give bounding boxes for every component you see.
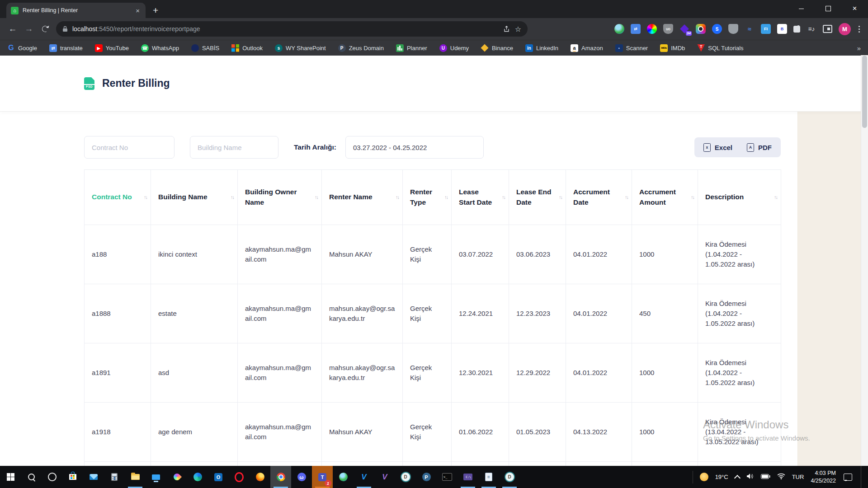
fonts-ninja-icon[interactable]: FI <box>761 24 771 34</box>
sort-icon[interactable] <box>231 194 234 201</box>
bookmark-item[interactable]: T SQL Tutorials <box>697 44 743 52</box>
opera-icon[interactable] <box>229 466 250 488</box>
action-center-icon[interactable] <box>844 474 852 481</box>
column-header[interactable]: Description <box>698 170 781 225</box>
bookmarks-overflow-chevron-icon[interactable]: » <box>857 44 861 52</box>
sort-icon[interactable] <box>625 194 628 201</box>
window-maximize-button[interactable] <box>815 0 841 17</box>
bookmark-item[interactable]: SABİS <box>191 44 219 52</box>
date-range-input[interactable] <box>345 136 484 159</box>
forward-icon[interactable]: → <box>21 21 37 37</box>
column-header[interactable]: Contract No <box>85 170 151 225</box>
teams-icon[interactable]: T 1 <box>312 466 333 488</box>
ublock-origin-icon[interactable]: UO <box>663 24 673 34</box>
cortana-icon[interactable] <box>42 466 62 488</box>
idm-icon[interactable] <box>333 466 354 488</box>
color-wheel-icon[interactable] <box>647 24 657 34</box>
weather-sun-icon[interactable] <box>700 473 708 481</box>
postgresql-icon[interactable]: P <box>416 466 437 488</box>
discord-icon[interactable]: ω <box>291 466 312 488</box>
bookmark-item[interactable]: ⇄ translate <box>49 44 83 52</box>
bookmark-item[interactable]: Planner <box>396 44 427 52</box>
language-indicator[interactable]: TUR <box>792 474 804 480</box>
sort-icon[interactable] <box>315 194 318 201</box>
google-translate-icon[interactable]: ⇄ <box>631 24 641 34</box>
bookmark-item[interactable]: s WY SharePoint <box>275 44 326 52</box>
sort-icon[interactable] <box>774 194 777 201</box>
sort-icon[interactable] <box>144 194 147 201</box>
excel-export-button[interactable]: x Excel <box>696 137 740 157</box>
building-name-input[interactable] <box>190 136 278 159</box>
remote-desktop-icon[interactable] <box>146 466 166 488</box>
column-header[interactable]: Lease Start Date <box>452 170 509 225</box>
column-header[interactable]: Renter Name <box>322 170 403 225</box>
sort-icon[interactable] <box>396 194 399 201</box>
bookmark-item[interactable]: ☎ WhatsApp <box>141 44 179 52</box>
battery-icon[interactable] <box>761 474 770 480</box>
idm-icon[interactable] <box>614 24 624 34</box>
sort-icon[interactable] <box>502 194 505 201</box>
volume-icon[interactable] <box>746 473 754 481</box>
lock-icon[interactable] <box>62 26 68 32</box>
browser-tab[interactable]: ⌂ Renter Billing | Renter × <box>6 3 146 18</box>
camera-downloader-icon[interactable] <box>696 24 706 34</box>
bookmark-item[interactable]: ▪ Scanner <box>615 44 648 52</box>
dbeaver-icon[interactable]: D <box>395 466 416 488</box>
privacy-shield-icon[interactable] <box>728 24 738 34</box>
tray-expand-chevron-icon[interactable] <box>734 474 741 481</box>
column-header[interactable]: Renter Type <box>403 170 452 225</box>
calculator-icon[interactable] <box>104 466 125 488</box>
bookmark-item[interactable]: IMDb IMDb <box>660 44 685 52</box>
share-icon[interactable] <box>503 25 510 33</box>
wifi-icon[interactable] <box>777 473 785 481</box>
side-panel-icon[interactable] <box>823 25 832 33</box>
extensions-puzzle-icon[interactable] <box>793 26 800 33</box>
bookmark-item[interactable]: Outlook <box>231 44 263 52</box>
contract-no-input[interactable] <box>84 136 175 159</box>
show-desktop-button[interactable] <box>861 466 863 488</box>
bookmark-item[interactable]: U Udemy <box>439 44 469 52</box>
clock[interactable]: 4:03 PM 4/25/2022 <box>811 469 836 484</box>
audio-wave-icon[interactable]: ≈ <box>745 24 755 34</box>
bookmark-star-icon[interactable]: ☆ <box>515 25 521 33</box>
back-icon[interactable]: ← <box>5 21 21 37</box>
purple-diamond-ext-icon[interactable]: 34 <box>679 24 689 34</box>
firefox-icon[interactable] <box>250 466 270 488</box>
paint3d-icon[interactable] <box>166 466 187 488</box>
bookmark-item[interactable]: ▶ YouTube <box>95 44 129 52</box>
pdf-export-button[interactable]: A PDF <box>740 137 779 157</box>
outlook-icon[interactable]: O <box>208 466 229 488</box>
file-explorer-icon[interactable] <box>125 466 146 488</box>
search-icon[interactable] <box>21 466 42 488</box>
window-close-button[interactable]: × <box>841 0 868 17</box>
shazam-icon[interactable]: S <box>712 24 722 34</box>
column-header[interactable]: Lease End Date <box>509 170 566 225</box>
column-header[interactable]: Accrument Date <box>566 170 632 225</box>
sort-icon[interactable] <box>691 194 694 201</box>
bookmark-item[interactable]: in LinkedIn <box>525 44 558 52</box>
profile-avatar[interactable]: M <box>839 23 851 35</box>
bookmark-item[interactable]: G Google <box>7 44 37 52</box>
scrollbar-thumb[interactable] <box>862 56 867 128</box>
notepad-icon[interactable]: ≡ <box>478 466 499 488</box>
sort-icon[interactable] <box>444 194 448 201</box>
dbeaver2-icon[interactable]: D <box>499 466 520 488</box>
browser-menu-icon[interactable] <box>854 21 863 37</box>
temperature-label[interactable]: 19°C <box>715 474 728 480</box>
reload-icon[interactable] <box>37 21 53 37</box>
window-minimize-button[interactable] <box>788 0 815 17</box>
column-header[interactable]: Building Name <box>151 170 238 225</box>
bitwarden-icon[interactable]: B <box>777 24 787 34</box>
bookmark-item[interactable]: P Zeus Domain <box>338 44 384 52</box>
new-tab-button[interactable]: + <box>153 5 158 15</box>
cmd-icon[interactable]: >_ <box>437 466 458 488</box>
vscode-icon[interactable]: V <box>354 466 374 488</box>
address-bar[interactable]: localhost:5450/report/renterinvoicerepor… <box>56 21 528 37</box>
url-text[interactable]: localhost:5450/report/renterinvoicerepor… <box>72 25 499 33</box>
sort-icon[interactable] <box>559 194 562 201</box>
playlist-icon[interactable]: ≡♪ <box>807 24 816 34</box>
bookmark-item[interactable]: Binance <box>481 44 513 52</box>
column-header[interactable]: Building Owner Name <box>238 170 322 225</box>
bookmark-item[interactable]: a Amazon <box>571 44 603 52</box>
terminal-icon[interactable]: C:\ <box>458 466 478 488</box>
